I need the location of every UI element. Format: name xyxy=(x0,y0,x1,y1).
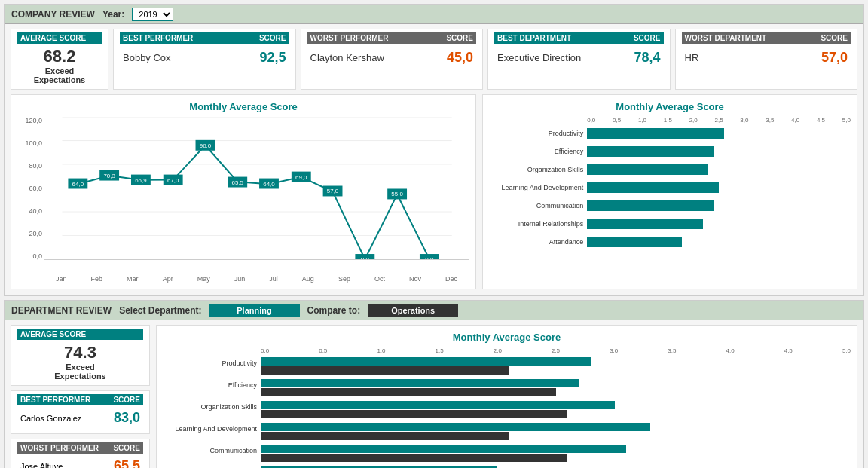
bar-row-internal: Internal Relationships xyxy=(587,217,851,231)
dept-worst-performer-header: WORST PERFORMER SCORE xyxy=(17,442,143,454)
svg-text:67,0: 67,0 xyxy=(167,177,179,184)
dept-best-performer-name: Carlos Gonzalez xyxy=(20,414,81,423)
worst-dept-body: HR 57,0 xyxy=(682,44,851,72)
line-chart-polyline xyxy=(78,145,429,259)
bar-row-productivity: Productivity xyxy=(587,127,851,140)
dual-row-communication: Communication xyxy=(261,445,851,462)
svg-text:0,0: 0,0 xyxy=(425,256,434,260)
svg-text:0,0: 0,0 xyxy=(361,256,370,260)
dept-worst-performer-card: WORST PERFORMER SCORE Jose Altuve 65,5 xyxy=(11,439,150,468)
avg-score-label: ExceedExpectations xyxy=(20,66,99,84)
bar-row-learning: Learning And Development xyxy=(587,181,851,194)
company-charts-row: Monthly Average Score 120,0 100,0 80,0 6… xyxy=(5,94,863,289)
worst-performer-name: Clayton Kershaw xyxy=(310,52,384,63)
best-dept-body: Executive Direction 78,4 xyxy=(494,44,664,72)
dept-best-performer-body: Carlos Gonzalez 83,0 xyxy=(17,405,143,430)
worst-dept-card: WORST DEPARTMENT SCORE HR 57,0 xyxy=(675,29,858,90)
dual-row-productivity: Productivity xyxy=(261,357,851,375)
dept-review-title: DEPARTMENT REVIEW xyxy=(11,305,112,316)
bar-row-org-skills: Organization Skills xyxy=(587,163,851,176)
company-review-title: COMPANY REVIEW xyxy=(11,9,95,20)
dept-bar-chart-box: Monthly Average Score 0,00,51,0 1,52,02,… xyxy=(156,325,857,468)
best-dept-card: BEST DEPARTMENT SCORE Executive Directio… xyxy=(487,29,671,90)
dual-row-efficiency: Efficiency xyxy=(261,379,851,396)
line-chart-box: Monthly Average Score 120,0 100,0 80,0 6… xyxy=(11,94,476,289)
dept-worst-performer-name: Jose Altuve xyxy=(20,462,63,469)
line-chart-title: Monthly Average Score xyxy=(17,101,469,112)
line-chart-svg: 64,0 70,3 66,9 67,0 96,0 65,5 64,0 xyxy=(44,117,469,260)
dept-bar-chart-title: Monthly Average Score xyxy=(163,332,851,343)
best-dept-header: BEST DEPARTMENT SCORE xyxy=(494,32,664,44)
dept-avg-score-label: ExceedExpectations xyxy=(20,362,140,381)
svg-text:57,0: 57,0 xyxy=(327,188,339,194)
company-kpi-row: AVERAGE SCORE 68.2 ExceedExpectations BE… xyxy=(5,24,863,94)
worst-performer-score: 45,0 xyxy=(447,50,473,66)
company-review-header: COMPANY REVIEW Year: 2019 2018 2020 xyxy=(5,5,863,24)
company-bar-chart-area: Productivity Efficiency Organization Ski… xyxy=(587,127,851,249)
svg-text:96,0: 96,0 xyxy=(200,142,212,149)
best-dept-name: Executive Direction xyxy=(497,52,581,63)
dept-avg-score-card: AVERAGE SCORE 74.3 ExceedExpectations xyxy=(11,325,150,386)
svg-text:65,5: 65,5 xyxy=(232,179,244,186)
dept-best-performer-card: BEST PERFORMER SCORE Carlos Gonzalez 83,… xyxy=(11,390,150,434)
bar-chart-title: Monthly Average Score xyxy=(489,101,851,112)
svg-text:55,0: 55,0 xyxy=(391,191,403,197)
dept-avg-score-header: AVERAGE SCORE xyxy=(17,329,143,340)
year-label: Year: xyxy=(102,9,124,20)
compare-label: Compare to: xyxy=(307,305,361,316)
year-select[interactable]: 2019 2018 2020 xyxy=(132,8,173,21)
best-performer-card: BEST PERFORMER SCORE Bobby Cox 92,5 xyxy=(113,29,296,90)
data-points: 64,0 70,3 66,9 67,0 96,0 65,5 64,0 xyxy=(68,140,439,260)
dept-best-performer-header: BEST PERFORMER SCORE xyxy=(17,394,143,405)
dept-best-performer-score: 83,0 xyxy=(114,410,140,426)
dept-avg-score-body: 74.3 ExceedExpectations xyxy=(17,340,143,382)
bar-row-communication: Communication xyxy=(587,199,851,213)
dual-row-learning: Learning And Development xyxy=(261,423,851,440)
bar-chart-x-labels: 0,00,51,0 1,52,02,5 3,03,54,0 4,55,0 xyxy=(587,117,851,124)
avg-score-value: 68.2 xyxy=(20,47,99,66)
dept-select-button[interactable]: Planning xyxy=(209,304,300,317)
dept-review-section: DEPARTMENT REVIEW Select Department: Pla… xyxy=(4,300,864,468)
worst-dept-score: 57,0 xyxy=(821,50,848,66)
svg-text:69,0: 69,0 xyxy=(295,174,307,181)
worst-dept-header: WORST DEPARTMENT SCORE xyxy=(682,32,851,44)
dept-review-header: DEPARTMENT REVIEW Select Department: Pla… xyxy=(5,301,863,320)
compare-dept-button[interactable]: Operations xyxy=(368,304,458,317)
svg-text:64,0: 64,0 xyxy=(263,181,275,188)
avg-score-body: 68.2 ExceedExpectations xyxy=(17,44,102,86)
dept-left-panel: AVERAGE SCORE 74.3 ExceedExpectations BE… xyxy=(11,325,150,468)
svg-text:64,0: 64,0 xyxy=(72,181,84,188)
best-performer-score: 92,5 xyxy=(259,50,286,66)
dept-avg-score-value: 74.3 xyxy=(20,343,140,362)
company-review-section: COMPANY REVIEW Year: 2019 2018 2020 AVER… xyxy=(4,4,864,296)
svg-text:70,3: 70,3 xyxy=(103,173,115,179)
line-chart-x-labels: JanFebMar AprMayJun JulAugSep OctNovDec xyxy=(44,275,469,283)
worst-performer-header: WORST PERFORMER SCORE xyxy=(307,32,477,44)
avg-score-card: AVERAGE SCORE 68.2 ExceedExpectations xyxy=(11,29,108,90)
bar-row-attendance: Attendance xyxy=(587,235,851,249)
bar-chart-box: Monthly Average Score 0,00,51,0 1,52,02,… xyxy=(482,94,857,289)
dual-row-org-skills: Organization Skills xyxy=(261,401,851,418)
worst-performer-card: WORST PERFORMER SCORE Clayton Kershaw 45… xyxy=(301,29,484,90)
best-dept-score: 78,4 xyxy=(634,50,660,66)
best-performer-body: Bobby Cox 92,5 xyxy=(120,44,289,72)
best-performer-header: BEST PERFORMER SCORE xyxy=(120,32,289,44)
avg-score-header: AVERAGE SCORE xyxy=(17,32,102,44)
dept-select-label: Select Department: xyxy=(119,305,201,316)
dept-worst-performer-body: Jose Altuve 65,5 xyxy=(17,454,143,468)
dept-worst-performer-score: 65,5 xyxy=(114,458,140,468)
svg-text:66,9: 66,9 xyxy=(135,177,147,184)
bar-row-efficiency: Efficiency xyxy=(587,145,851,158)
worst-dept-name: HR xyxy=(685,52,699,63)
dept-x-labels: 0,00,51,0 1,52,02,5 3,03,54,0 4,55,0 xyxy=(261,347,851,354)
dept-dual-bars: Productivity Efficiency Organization Ski… xyxy=(261,357,851,468)
best-performer-name: Bobby Cox xyxy=(123,52,171,63)
dept-body: AVERAGE SCORE 74.3 ExceedExpectations BE… xyxy=(5,320,863,468)
worst-performer-body: Clayton Kershaw 45,0 xyxy=(307,44,477,72)
